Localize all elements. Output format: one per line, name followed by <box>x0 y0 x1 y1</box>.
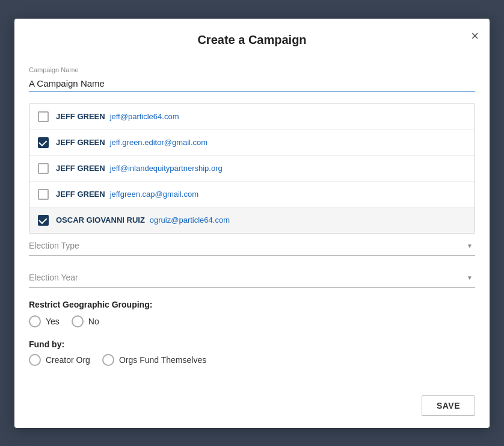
election-type-wrapper: Election Type <box>29 236 475 256</box>
fund-orgs-themselves-label: Orgs Fund Themselves <box>119 355 206 365</box>
campaign-name-label: Campaign Name <box>29 66 475 73</box>
contact-checkbox-2[interactable] <box>38 137 49 148</box>
campaign-name-field: Campaign Name <box>29 66 475 91</box>
fund-by-group: Fund by: Creator Org Orgs Fund Themselve… <box>29 339 475 366</box>
fund-creator-org-option[interactable]: Creator Org <box>29 354 90 366</box>
fund-orgs-themselves-radio[interactable] <box>102 354 114 366</box>
contact-checkbox-4[interactable] <box>38 189 49 200</box>
contacts-list: JEFF GREEN jeff@particle64.com JEFF GREE… <box>29 104 475 233</box>
restrict-geographic-group: Restrict Geographic Grouping: Yes No <box>29 300 475 327</box>
election-type-select[interactable]: Election Type <box>29 236 475 256</box>
restrict-no-radio[interactable] <box>72 315 84 327</box>
contact-name-2: JEFF GREEN <box>56 138 105 147</box>
close-button[interactable]: × <box>471 29 479 43</box>
save-button[interactable]: SAVE <box>422 395 475 416</box>
contact-email-5: ogruiz@particle64.com <box>150 215 230 225</box>
contact-name-5: OSCAR GIOVANNI RUIZ <box>56 215 145 225</box>
contacts-dropdown[interactable]: JEFF GREEN jeff@particle64.com JEFF GREE… <box>29 104 475 234</box>
restrict-geographic-options: Yes No <box>29 315 475 327</box>
contact-name-1: JEFF GREEN <box>56 112 105 121</box>
restrict-no-label: No <box>88 317 99 326</box>
create-campaign-modal: Create a Campaign × Campaign Name JEFF G… <box>14 19 490 428</box>
list-item[interactable]: JEFF GREEN jeffgreen.cap@gmail.com <box>29 182 475 208</box>
contact-email-4: jeffgreen.cap@gmail.com <box>110 190 198 199</box>
fund-by-label: Fund by: <box>29 339 475 349</box>
restrict-yes-label: Yes <box>46 317 60 326</box>
modal-overlay: Create a Campaign × Campaign Name JEFF G… <box>0 0 504 446</box>
contact-checkbox-3[interactable] <box>38 163 49 174</box>
fund-by-options: Creator Org Orgs Fund Themselves <box>29 354 475 366</box>
restrict-yes-option[interactable]: Yes <box>29 315 60 327</box>
list-item[interactable]: OSCAR GIOVANNI RUIZ ogruiz@particle64.co… <box>29 208 475 233</box>
contact-email-1: jeff@particle64.com <box>110 112 179 121</box>
modal-footer: SAVE <box>14 388 490 428</box>
fund-creator-org-radio[interactable] <box>29 354 41 366</box>
restrict-geographic-label: Restrict Geographic Grouping: <box>29 300 475 309</box>
list-item[interactable]: JEFF GREEN jeff@particle64.com <box>29 104 475 130</box>
campaign-name-input[interactable] <box>29 76 475 91</box>
list-item[interactable]: JEFF GREEN jeff@inlandequitypartnership.… <box>29 156 475 182</box>
fund-creator-org-label: Creator Org <box>46 355 90 365</box>
modal-title: Create a Campaign <box>197 33 306 46</box>
restrict-no-option[interactable]: No <box>72 315 99 327</box>
list-item[interactable]: JEFF GREEN jeff.green.editor@gmail.com <box>29 130 475 156</box>
contact-checkbox-1[interactable] <box>38 111 49 122</box>
fund-orgs-themselves-option[interactable]: Orgs Fund Themselves <box>102 354 206 366</box>
modal-body: Campaign Name JEFF GREEN jeff@particle64… <box>14 57 490 388</box>
contact-name-4: JEFF GREEN <box>56 190 105 199</box>
election-year-wrapper: Election Year <box>29 268 475 288</box>
contact-name-3: JEFF GREEN <box>56 164 105 173</box>
modal-header: Create a Campaign × <box>14 19 490 57</box>
contact-email-2: jeff.green.editor@gmail.com <box>110 138 208 147</box>
contact-email-3: jeff@inlandequitypartnership.org <box>110 164 223 173</box>
election-year-select[interactable]: Election Year <box>29 268 475 288</box>
contact-checkbox-5[interactable] <box>38 215 49 226</box>
restrict-yes-radio[interactable] <box>29 315 41 327</box>
